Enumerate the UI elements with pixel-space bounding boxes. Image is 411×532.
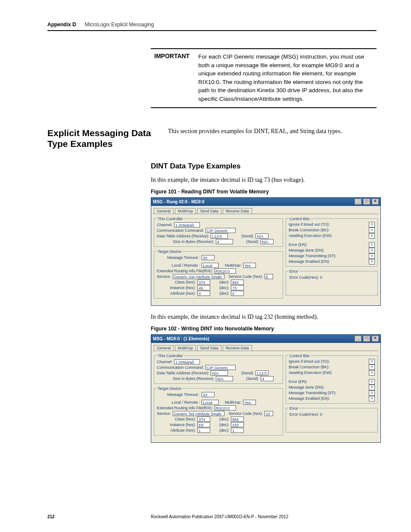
dta-recv-label: Data Table Address (Receive): <box>157 371 209 375</box>
servicecode-input[interactable]: 10 <box>265 411 273 416</box>
minimize-icon[interactable]: _ <box>355 336 361 342</box>
classdec-label: (dec): <box>212 417 229 421</box>
tab-general[interactable]: General <box>154 208 174 214</box>
tab-receivedata[interactable]: Receive Data <box>223 208 252 214</box>
tab-senddata[interactable]: Send Data <box>197 208 222 214</box>
cbit-to-val[interactable]: 0 <box>369 359 375 364</box>
dialog1-titlebar: MSG - Rung #2:0 - MG9:0 _ □ × <box>151 198 380 206</box>
servicecode-input[interactable]: E <box>265 274 273 279</box>
this-controller-group-2: This Controller Channel:1 (Integral) Com… <box>154 354 283 384</box>
attrdec-input[interactable]: 1 <box>231 428 244 433</box>
channel-input[interactable]: 1 (Integral) <box>174 359 200 364</box>
important-label: IMPORTANT <box>154 53 190 103</box>
dta-recv-label: Data Table Address (Receive): <box>157 234 209 238</box>
multihop-label: MultiHop: <box>225 263 241 268</box>
channel-label: Channel: <box>157 223 172 227</box>
cbit-en-label: Message Enabled (EN): <box>289 396 330 401</box>
attrdec-label: (dec): <box>212 291 229 296</box>
tab-bar-2: General MultiHop Send Data Receive Data <box>151 343 380 351</box>
insthex-input[interactable]: 49 <box>197 285 210 290</box>
error-group: Error Error Code(Hex): 0 <box>286 269 378 296</box>
cbit-er-val[interactable]: 0 <box>369 379 375 385</box>
sub-heading: DINT Data Type Examples <box>151 162 377 171</box>
cbit-en-val[interactable]: 0 <box>369 259 375 264</box>
servicecode-label: Service Code (hex): <box>229 274 263 279</box>
instdec-input[interactable]: 73 <box>231 285 244 290</box>
classdec-label: (dec): <box>212 280 229 284</box>
cbit-st-label: Message Transmitting (ST): <box>289 254 336 258</box>
dta-recv-input[interactable]: L12:0 <box>211 233 228 239</box>
commcmd-input[interactable]: CIP Generic <box>206 228 236 233</box>
cbit-st-val[interactable]: 0 <box>369 390 375 396</box>
classdec-input[interactable]: 884 <box>231 280 244 285</box>
cbit-en-label: Message Enabled (EN): <box>289 259 330 264</box>
minimize-icon[interactable]: _ <box>355 199 361 205</box>
rix-input[interactable]: RIX10:0 <box>215 405 236 411</box>
dta-send-input[interactable]: L12:0 <box>255 370 268 376</box>
tab-general[interactable]: General <box>154 345 174 351</box>
rix-input[interactable]: RIX10:0 <box>215 268 236 274</box>
cbit-bk-val[interactable]: 0 <box>369 227 375 233</box>
send-label-2: (Send): <box>235 240 259 244</box>
cbit-bk-label: Break Connection (BK): <box>289 365 330 369</box>
size-recv-input[interactable]: N/A <box>216 376 233 381</box>
tab-senddata[interactable]: Send Data <box>197 345 222 351</box>
localremote-input[interactable]: Local <box>202 400 219 405</box>
cbit-dn-val[interactable]: 0 <box>369 248 375 253</box>
insthex-label: Instance (hex): <box>157 286 196 290</box>
tab-multihop[interactable]: MultiHop <box>175 208 196 214</box>
insthex-input[interactable]: E8 <box>197 422 210 427</box>
cbit-er-val[interactable]: 0 <box>369 242 375 248</box>
dta-recv-input[interactable]: N/A <box>211 370 228 376</box>
size-recv-label: Size in Bytes (Receive): <box>157 376 214 381</box>
attrhex-input[interactable]: 1 <box>197 428 210 433</box>
classhex-input[interactable]: 374 <box>197 417 210 422</box>
size-recv-input[interactable]: 4 <box>216 239 233 244</box>
example2-intro: In this example, the instance decimal is… <box>151 314 377 320</box>
attrdec-label: (dec): <box>212 428 229 432</box>
cbit-dn-val[interactable]: 0 <box>369 385 375 390</box>
service-input[interactable]: Generic Get Attribute Single <box>173 274 224 279</box>
localremote-input[interactable]: Local <box>202 263 219 268</box>
cbit-ew-val[interactable]: 0 <box>369 233 375 239</box>
channel-input[interactable]: 1 (Integral) <box>174 222 200 227</box>
timeout-input[interactable]: 33 <box>202 255 215 260</box>
classhex-input[interactable]: 374 <box>197 280 210 285</box>
commcmd-input[interactable]: CIP Generic <box>206 365 236 370</box>
localremote-label: Local / Remote : <box>157 263 200 268</box>
size-send-input[interactable]: 4 <box>261 376 274 381</box>
service-input[interactable]: Generic Set Attribute Single <box>173 411 224 416</box>
window-buttons: _ □ × <box>354 199 379 205</box>
instdec-input[interactable]: 232 <box>231 422 244 427</box>
cbit-st-val[interactable]: 0 <box>369 253 375 259</box>
service-label: Service: <box>157 411 171 416</box>
publication-info: Rockwell Automation Publication 2097-UM0… <box>151 514 377 519</box>
msg-dialog-1: MSG - Rung #2:0 - MG9:0 _ □ × General Mu… <box>151 197 381 306</box>
timeout-input[interactable]: 33 <box>202 392 215 397</box>
tab-receivedata[interactable]: Receive Data <box>223 345 252 351</box>
cbit-to-val[interactable]: 0 <box>369 222 375 227</box>
multihop-input[interactable]: Yes <box>243 263 256 268</box>
error-legend-2: Error <box>289 406 299 411</box>
classdec-input[interactable]: 884 <box>231 417 244 422</box>
cbit-bk-val[interactable]: 0 <box>369 364 375 370</box>
cbit-en-val[interactable]: 0 <box>369 396 375 401</box>
page-number: 212 <box>47 514 151 519</box>
important-text: For each CIP Generic message (MSG) instr… <box>198 53 373 103</box>
size-send-input[interactable]: N/A <box>261 239 274 244</box>
cbit-er-label: Error (ER): <box>289 380 308 384</box>
close-icon[interactable]: × <box>372 199 379 205</box>
cbit-ew-val[interactable]: 0 <box>369 370 375 376</box>
attrhex-input[interactable]: 0 <box>197 291 210 296</box>
close-icon[interactable]: × <box>372 336 379 342</box>
maximize-icon[interactable]: □ <box>363 199 370 205</box>
multihop-label: MultiHop: <box>225 400 241 404</box>
maximize-icon[interactable]: □ <box>363 336 370 342</box>
multihop-input[interactable]: Yes <box>243 400 256 405</box>
tab-multihop[interactable]: MultiHop <box>175 345 196 351</box>
dta-send-input[interactable]: N/A <box>255 233 268 239</box>
instdec-label: (dec): <box>212 286 229 290</box>
error-text: Error Code(Hex): 0 <box>289 274 375 280</box>
send-label-1: (Send): <box>230 234 254 238</box>
attrdec-input[interactable]: 0 <box>231 291 244 296</box>
